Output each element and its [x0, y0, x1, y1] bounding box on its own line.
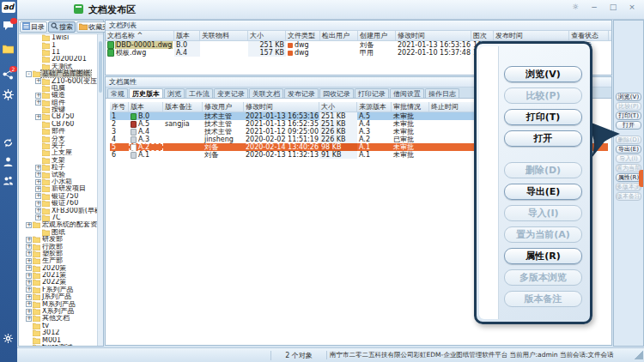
tree-item[interactable]: 电脑 — [19, 85, 97, 92]
app-logo[interactable]: ad — [2, 2, 15, 13]
column-header[interactable]: 修改时间 — [396, 31, 471, 40]
maximize-button[interactable]: □ — [608, 3, 618, 11]
tree-item[interactable]: tuisa测试 — [19, 344, 97, 346]
tree-item[interactable]: 1 — [19, 41, 97, 48]
tree-item[interactable]: +Z10-600(变压器) — [19, 77, 97, 84]
sync-icon[interactable] — [3, 137, 15, 149]
tree-item[interactable]: +银证760 — [19, 200, 97, 207]
tree-item[interactable]: -基础产品库图纸 — [19, 70, 97, 77]
tree-scrollbar[interactable] — [97, 34, 103, 346]
tree-item[interactable]: +M系列产品 — [19, 300, 97, 307]
expand-toggle-icon[interactable]: + — [35, 114, 41, 120]
tree-item[interactable]: tv — [19, 323, 97, 329]
tab-发布记录[interactable]: 发布记录 — [284, 88, 319, 98]
tab-打印记录[interactable]: 打印记录 — [355, 88, 389, 98]
expand-toggle-icon[interactable]: + — [26, 258, 32, 264]
tree-item[interactable]: +锻造 — [19, 92, 97, 99]
tree-item[interactable]: M001 — [19, 336, 97, 343]
column-header[interactable]: 序号 — [110, 102, 129, 112]
expand-toggle-icon[interactable]: + — [26, 265, 32, 271]
expand-toggle-icon[interactable]: + — [35, 193, 41, 199]
user-icon[interactable] — [3, 156, 15, 168]
expand-toggle-icon[interactable]: + — [26, 287, 32, 293]
gear-icon[interactable] — [3, 89, 15, 101]
tree-item[interactable]: +宏观系统的配套资料 — [19, 221, 97, 228]
expand-toggle-icon[interactable]: + — [26, 222, 32, 228]
users-icon[interactable] — [3, 175, 15, 187]
column-header[interactable]: 文件类型 — [286, 31, 320, 40]
expand-toggle-icon[interactable]: + — [35, 214, 41, 220]
expand-toggle-icon[interactable]: + — [26, 280, 32, 286]
share-icon[interactable]: 2 — [3, 69, 15, 81]
expand-toggle-icon[interactable]: + — [35, 100, 41, 106]
tree-item[interactable]: +7C — [19, 214, 97, 221]
column-header[interactable]: 关联物料 — [200, 31, 248, 40]
expand-toggle-icon[interactable]: + — [26, 294, 32, 300]
properties-button-small[interactable]: 属性(R) — [616, 173, 641, 182]
expand-toggle-icon[interactable]: + — [26, 316, 32, 322]
expand-toggle-icon[interactable]: + — [35, 93, 41, 99]
column-header[interactable]: 修改时间 — [244, 102, 319, 112]
expand-toggle-icon[interactable]: + — [35, 208, 41, 214]
expand-toggle-icon[interactable]: + — [26, 273, 32, 279]
tab-常规[interactable]: 常规 — [107, 88, 128, 98]
expand-toggle-icon[interactable]: + — [26, 237, 32, 243]
expand-toggle-icon[interactable]: + — [35, 165, 41, 171]
scrollbar-thumb[interactable] — [99, 41, 102, 93]
tree-item[interactable]: +CB750 — [19, 113, 97, 120]
close-button[interactable]: × — [627, 3, 637, 11]
expand-toggle-icon[interactable]: + — [26, 301, 32, 307]
column-header[interactable]: 文档名称 ^ — [106, 31, 174, 40]
tree-item[interactable]: 3012 — [19, 329, 97, 336]
column-header[interactable]: 版本备注 — [163, 102, 203, 112]
theme-button[interactable]: ☼ — [570, 3, 580, 11]
expand-toggle-icon[interactable]: + — [26, 244, 32, 250]
tab-浏览[interactable]: 浏览 — [164, 88, 185, 98]
column-header[interactable]: 大小 — [319, 102, 357, 112]
tree-tool-搜索[interactable]: 搜索 — [48, 21, 76, 33]
tree-item[interactable]: +2020策 — [19, 265, 97, 272]
browse-button[interactable]: 浏览(V) — [504, 66, 582, 82]
tree-item[interactable]: 图纸 — [19, 229, 97, 236]
tree-item[interactable]: +粒子 — [19, 164, 97, 171]
expand-toggle-icon[interactable]: + — [26, 309, 32, 315]
tree-item[interactable]: 天测试 — [19, 63, 97, 70]
expand-toggle-icon[interactable]: + — [35, 201, 41, 207]
minimize-button[interactable]: − — [589, 3, 599, 11]
properties-button[interactable]: 属性(R) — [504, 248, 582, 264]
tab-变更记录[interactable]: 变更记录 — [214, 88, 248, 98]
column-header[interactable]: 发布时间 — [494, 31, 569, 40]
column-header[interactable]: 版本 — [129, 102, 163, 112]
tree-item[interactable]: +X系列产品 — [19, 308, 97, 315]
tab-历史版本[interactable]: 历史版本 — [129, 88, 163, 98]
resize-grip[interactable] — [635, 351, 643, 359]
column-header[interactable]: 版本 — [174, 31, 200, 40]
tree-item[interactable]: 11 — [19, 49, 97, 56]
print-button[interactable]: 打印(T) — [504, 109, 582, 125]
column-header[interactable]: 创建用户 — [358, 31, 396, 40]
tree-item[interactable]: +塑胶部 — [19, 250, 97, 257]
tree-item[interactable]: 按键 — [19, 106, 97, 113]
expand-toggle-icon[interactable]: + — [35, 172, 41, 178]
tree-item[interactable]: +小水箱 — [19, 178, 97, 185]
tab-借阅设置[interactable]: 借阅设置 — [390, 88, 424, 98]
tree-item[interactable]: 20200201 — [19, 56, 97, 63]
expand-toggle-icon[interactable]: + — [26, 250, 32, 256]
tree-item[interactable]: 上支座 — [19, 149, 97, 156]
tree-item[interactable]: +组件 — [19, 100, 97, 106]
tab-回收记录[interactable]: 回收记录 — [319, 88, 354, 98]
tree-item[interactable]: +XFB300新(早称K2.0)图纸 — [19, 207, 97, 214]
tree-item[interactable]: +试验 — [19, 171, 97, 178]
tree-item[interactable]: +银证750 — [19, 193, 97, 200]
column-header[interactable]: 终止时间 — [429, 102, 477, 112]
export-button[interactable]: 导出(E) — [504, 184, 582, 200]
tree-item[interactable]: CB760 — [19, 121, 97, 128]
tree-item[interactable]: +F系列产品 — [19, 287, 97, 293]
expand-toggle-icon[interactable]: + — [35, 78, 41, 84]
column-header[interactable]: 来源版本 — [357, 102, 392, 112]
browse-button-small[interactable]: 浏览(V) — [616, 93, 641, 101]
folder-icon[interactable] — [3, 45, 15, 57]
tab-工作流[interactable]: 工作流 — [185, 88, 213, 98]
column-header[interactable]: 图次 — [471, 31, 494, 40]
tree-item[interactable]: +新研发项目 — [19, 185, 97, 192]
